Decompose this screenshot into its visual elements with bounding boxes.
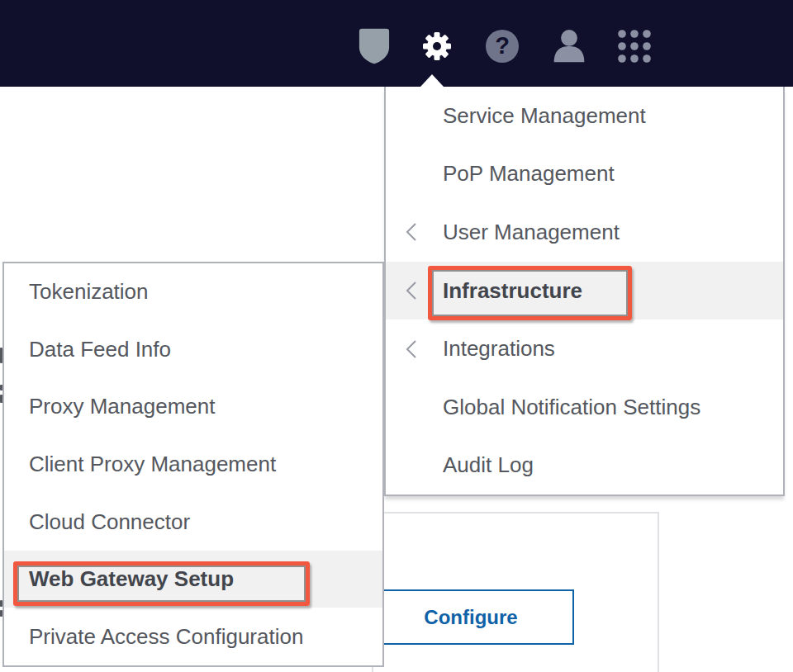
chevron-left-icon xyxy=(406,222,417,242)
help-glyph: ? xyxy=(495,32,510,59)
menu-item-label: Client Proxy Management xyxy=(29,452,276,477)
menu-item-label: User Management xyxy=(443,220,620,245)
menu-item-client-proxy-management[interactable]: Client Proxy Management xyxy=(4,436,382,494)
menu-item-label: Web Gateway Setup xyxy=(29,566,234,592)
help-icon[interactable]: ? xyxy=(483,26,521,66)
menu-item-data-feed-info[interactable]: Data Feed Info xyxy=(4,321,382,379)
menu-item-web-gateway-setup[interactable]: Web Gateway Setup xyxy=(4,551,382,608)
menu-item-cloud-connector[interactable]: Cloud Connector xyxy=(4,493,382,551)
menu-item-label: Tokenization xyxy=(29,279,149,305)
menu-item-infrastructure[interactable]: Infrastructure xyxy=(386,262,783,320)
chevron-left-icon xyxy=(406,281,417,301)
menu-item-label: Integrations xyxy=(443,336,555,362)
app-grid-icon[interactable] xyxy=(615,26,653,66)
menu-item-pop-management[interactable]: PoP Management xyxy=(386,145,783,204)
menu-item-label: Proxy Management xyxy=(29,394,215,419)
menu-item-proxy-management[interactable]: Proxy Management xyxy=(4,378,382,436)
menu-item-tokenization[interactable]: Tokenization xyxy=(4,263,382,321)
top-nav-bar: ? xyxy=(0,0,793,87)
configure-button-label: Configure xyxy=(424,606,517,629)
menu-item-label: Private Access Configuration xyxy=(29,624,303,650)
configure-button[interactable]: Configure xyxy=(368,589,574,645)
menu-item-label: Audit Log xyxy=(443,452,534,478)
menu-item-label: Global Notification Settings xyxy=(443,395,700,420)
infrastructure-submenu: Tokenization Data Feed Info Proxy Manage… xyxy=(2,262,384,667)
chevron-left-icon xyxy=(406,339,417,359)
menu-item-label: Infrastructure xyxy=(443,278,582,304)
shield-icon[interactable] xyxy=(355,26,393,66)
menu-item-label: Service Management xyxy=(443,103,646,129)
settings-gear-icon[interactable] xyxy=(418,26,456,66)
menu-item-audit-log[interactable]: Audit Log xyxy=(386,436,783,495)
menu-item-service-management[interactable]: Service Management xyxy=(386,87,783,145)
menu-item-private-access-configuration[interactable]: Private Access Configuration xyxy=(4,608,382,665)
menu-item-label: Data Feed Info xyxy=(29,337,171,362)
user-icon[interactable] xyxy=(550,26,588,66)
menu-caret xyxy=(420,74,444,87)
menu-item-label: PoP Management xyxy=(443,161,615,187)
settings-dropdown-menu: Service Management PoP Management User M… xyxy=(384,87,785,496)
menu-item-label: Cloud Connector xyxy=(29,509,190,535)
menu-item-global-notification-settings[interactable]: Global Notification Settings xyxy=(386,378,783,437)
menu-item-user-management[interactable]: User Management xyxy=(386,203,783,262)
menu-item-integrations[interactable]: Integrations xyxy=(386,319,783,378)
